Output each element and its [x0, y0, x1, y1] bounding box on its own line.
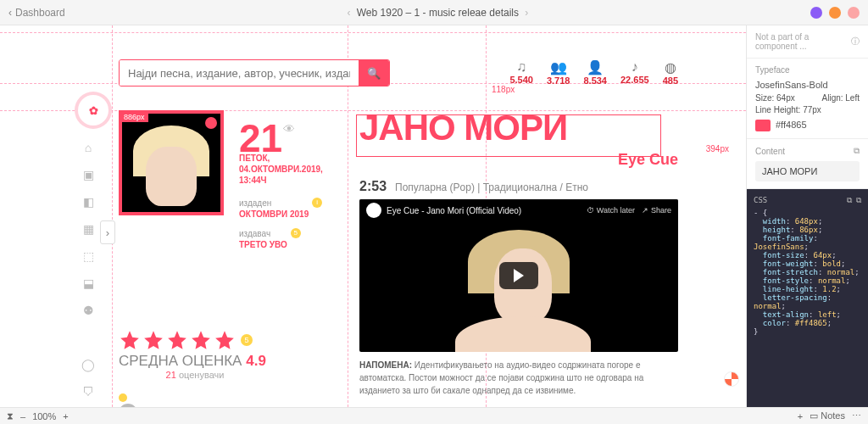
- breadcrumb[interactable]: ‹ Web 1920 – 1 - music releae details ›: [65, 7, 810, 19]
- genres: Популарна (Pop) | Традиционална / Етно: [395, 181, 588, 193]
- color-value: #ff4865: [776, 120, 807, 130]
- page-title: Web 1920 – 1 - music releae details: [357, 7, 519, 19]
- home-icon[interactable]: ⌂: [81, 140, 96, 155]
- group-icon: 👥: [547, 59, 570, 75]
- raters-count: 21: [166, 370, 176, 380]
- publisher-value: ТРЕТО УВО: [239, 240, 287, 249]
- zoom-value: 100%: [32, 411, 56, 421]
- stat-songs[interactable]: ♫5.540: [509, 59, 533, 86]
- timer-icon[interactable]: ⧗: [7, 410, 14, 421]
- bag-icon[interactable]: ⬓: [81, 276, 96, 291]
- release-title[interactable]: ЈАНО МОРИ: [359, 110, 678, 146]
- inspector-panel: Not a part of a component ... ⓘ Typeface…: [746, 25, 868, 407]
- stat-people[interactable]: 👤8.534: [583, 59, 607, 86]
- issued-label: издаден: [239, 198, 271, 208]
- expand-sidebar[interactable]: ›: [100, 220, 115, 244]
- search-button[interactable]: 🔍: [359, 60, 389, 86]
- component-hint: Not a part of a component ...: [755, 32, 851, 51]
- info-badge-icon[interactable]: 5: [291, 228, 301, 238]
- grape-icon[interactable]: [810, 7, 822, 19]
- help-lifebuoy-icon[interactable]: [724, 371, 739, 387]
- users-icon[interactable]: ⚉: [81, 303, 96, 318]
- user-icon[interactable]: ◯: [81, 357, 96, 372]
- cover-badge-icon: [205, 117, 217, 129]
- video-player[interactable]: Eye Cue - Jano Mori (Official Video) ⏱ W…: [359, 199, 678, 352]
- measurement-886: 886px: [120, 112, 148, 122]
- chevron-left-icon: ‹: [8, 7, 12, 19]
- globe-icon: ◍: [663, 59, 678, 75]
- avatar[interactable]: [848, 7, 860, 19]
- raters-label: оценувачи: [179, 370, 224, 380]
- notes-button[interactable]: ▭ Notes: [810, 410, 845, 421]
- bell-icon[interactable]: [829, 7, 841, 19]
- artist-name[interactable]: Eye Cue: [359, 151, 678, 169]
- disclaimer-note: НАПОМЕНА: Идентификувањето на аудио-виде…: [359, 359, 678, 397]
- play-button-icon[interactable]: [499, 262, 538, 289]
- info-icon[interactable]: ⓘ: [851, 36, 860, 47]
- typeface-value: JosefinSans-Bold: [755, 80, 860, 90]
- css-heading: CSS: [754, 196, 767, 205]
- css-panel[interactable]: CSS⧉ ⧉ - { width: 648px; height: 86px; f…: [747, 189, 868, 407]
- stat-instruments[interactable]: ♪22.655: [620, 59, 649, 86]
- people-icon: 👤: [583, 59, 607, 75]
- track-duration: 2:53: [359, 179, 387, 194]
- font-size-value: 64px: [776, 93, 795, 103]
- site-stats: ♫5.540 👥3.718 👤8.534 ♪22.655 ◍485: [509, 59, 678, 86]
- issued-value: ОКТОМВРИ 2019: [239, 209, 309, 219]
- app-logo[interactable]: ✿: [78, 95, 108, 126]
- zoom-in[interactable]: +: [63, 411, 68, 421]
- search-input[interactable]: [120, 60, 359, 86]
- copy-icon[interactable]: ⧉ ⧉: [847, 196, 861, 205]
- release-datetime: ПЕТОК, 04.ОКТОМВРИ.2019, 13:44Ч: [239, 153, 339, 186]
- add-button[interactable]: +: [798, 411, 803, 421]
- chevron-left-icon: ‹: [343, 7, 353, 19]
- avg-rating-label: СРЕДНА ОЦЕНКА: [119, 353, 242, 369]
- back-label: Dashboard: [15, 7, 65, 19]
- video-title: Eye Cue - Jano Mori (Official Video): [387, 206, 521, 215]
- content-value[interactable]: ЈАНО МОРИ: [755, 161, 860, 181]
- align-value: Left: [845, 93, 860, 103]
- rank-number: 21: [239, 110, 282, 154]
- line-height-value: 77px: [803, 105, 821, 114]
- channel-avatar[interactable]: [366, 203, 381, 218]
- copy-icon[interactable]: ⧉: [854, 146, 860, 156]
- chevron-right-icon: ›: [521, 7, 531, 19]
- share-button[interactable]: ↗ Share: [642, 206, 671, 215]
- content-heading: Content: [755, 147, 785, 156]
- avg-rating-value: 4.9: [246, 353, 266, 369]
- guitar-icon: ♪: [620, 59, 649, 75]
- music-icon: ♫: [509, 59, 533, 75]
- watch-later-button[interactable]: ⏱ Watch later: [587, 206, 635, 215]
- album-cover[interactable]: 886px: [119, 110, 224, 215]
- back-to-dashboard[interactable]: ‹ Dashboard: [8, 7, 65, 19]
- calendar-icon[interactable]: ▦: [81, 221, 96, 237]
- ticket-icon[interactable]: ⬚: [81, 248, 96, 264]
- publisher-label: издавач: [239, 229, 270, 238]
- eye-icon: 👁: [283, 122, 295, 136]
- measurement-118: 118px: [492, 85, 515, 94]
- participants-badge-icon: [119, 393, 127, 402]
- zoom-out[interactable]: –: [20, 411, 25, 421]
- stat-global[interactable]: ◍485: [663, 59, 678, 86]
- search-bar: 🔍: [119, 59, 390, 86]
- typeface-heading: Typeface: [755, 65, 790, 75]
- more-icon[interactable]: ⋯: [852, 410, 861, 421]
- info-badge-icon[interactable]: i: [312, 198, 322, 208]
- shield-icon[interactable]: ⛉: [81, 384, 96, 399]
- stat-groups[interactable]: 👥3.718: [547, 59, 570, 86]
- color-swatch[interactable]: [755, 120, 771, 131]
- rating-badge-icon[interactable]: 5: [241, 334, 253, 346]
- layers-icon[interactable]: ◧: [81, 194, 96, 209]
- camera-icon[interactable]: ▣: [81, 167, 96, 182]
- rating-stars[interactable]: 5: [119, 329, 339, 351]
- measurement-394: 394px: [706, 144, 729, 153]
